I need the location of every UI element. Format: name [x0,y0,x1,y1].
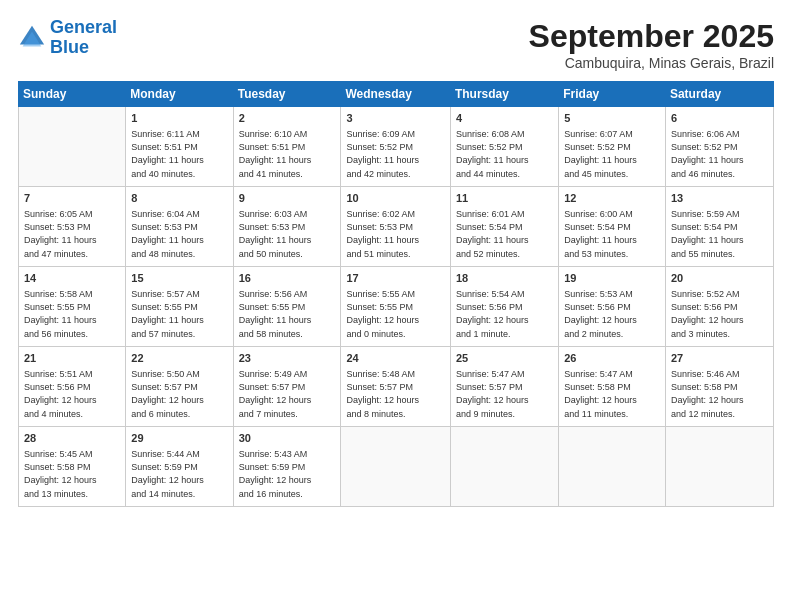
day-number: 14 [24,271,120,286]
day-cell: 26Sunrise: 5:47 AM Sunset: 5:58 PM Dayli… [559,347,666,427]
day-info: Sunrise: 5:56 AM Sunset: 5:55 PM Dayligh… [239,288,336,340]
weekday-saturday: Saturday [665,82,773,107]
day-cell: 20Sunrise: 5:52 AM Sunset: 5:56 PM Dayli… [665,267,773,347]
day-cell [559,427,666,507]
day-info: Sunrise: 6:05 AM Sunset: 5:53 PM Dayligh… [24,208,120,260]
day-cell: 25Sunrise: 5:47 AM Sunset: 5:57 PM Dayli… [450,347,558,427]
day-cell: 7Sunrise: 6:05 AM Sunset: 5:53 PM Daylig… [19,187,126,267]
day-info: Sunrise: 5:45 AM Sunset: 5:58 PM Dayligh… [24,448,120,500]
day-cell: 3Sunrise: 6:09 AM Sunset: 5:52 PM Daylig… [341,107,450,187]
calendar-body: 1Sunrise: 6:11 AM Sunset: 5:51 PM Daylig… [19,107,774,507]
week-row-3: 21Sunrise: 5:51 AM Sunset: 5:56 PM Dayli… [19,347,774,427]
day-cell: 10Sunrise: 6:02 AM Sunset: 5:53 PM Dayli… [341,187,450,267]
day-info: Sunrise: 5:59 AM Sunset: 5:54 PM Dayligh… [671,208,768,260]
day-cell [450,427,558,507]
day-number: 1 [131,111,227,126]
day-info: Sunrise: 6:10 AM Sunset: 5:51 PM Dayligh… [239,128,336,180]
day-cell: 5Sunrise: 6:07 AM Sunset: 5:52 PM Daylig… [559,107,666,187]
day-number: 17 [346,271,444,286]
day-cell: 30Sunrise: 5:43 AM Sunset: 5:59 PM Dayli… [233,427,341,507]
day-number: 20 [671,271,768,286]
day-number: 4 [456,111,553,126]
day-cell: 4Sunrise: 6:08 AM Sunset: 5:52 PM Daylig… [450,107,558,187]
day-number: 2 [239,111,336,126]
day-info: Sunrise: 5:46 AM Sunset: 5:58 PM Dayligh… [671,368,768,420]
day-cell: 2Sunrise: 6:10 AM Sunset: 5:51 PM Daylig… [233,107,341,187]
logo-icon [18,24,46,52]
weekday-wednesday: Wednesday [341,82,450,107]
day-info: Sunrise: 6:03 AM Sunset: 5:53 PM Dayligh… [239,208,336,260]
day-cell [341,427,450,507]
location: Cambuquira, Minas Gerais, Brazil [529,55,774,71]
title-block: September 2025 Cambuquira, Minas Gerais,… [529,18,774,71]
day-cell: 11Sunrise: 6:01 AM Sunset: 5:54 PM Dayli… [450,187,558,267]
week-row-4: 28Sunrise: 5:45 AM Sunset: 5:58 PM Dayli… [19,427,774,507]
day-number: 7 [24,191,120,206]
day-info: Sunrise: 5:47 AM Sunset: 5:58 PM Dayligh… [564,368,660,420]
calendar: SundayMondayTuesdayWednesdayThursdayFrid… [18,81,774,507]
page: General Blue September 2025 Cambuquira, … [0,0,792,612]
weekday-sunday: Sunday [19,82,126,107]
day-info: Sunrise: 6:06 AM Sunset: 5:52 PM Dayligh… [671,128,768,180]
day-number: 13 [671,191,768,206]
day-info: Sunrise: 5:43 AM Sunset: 5:59 PM Dayligh… [239,448,336,500]
header: General Blue September 2025 Cambuquira, … [18,18,774,71]
day-number: 10 [346,191,444,206]
day-number: 25 [456,351,553,366]
logo-line2: Blue [50,37,89,57]
logo-line1: General [50,17,117,37]
weekday-header-row: SundayMondayTuesdayWednesdayThursdayFrid… [19,82,774,107]
day-cell: 24Sunrise: 5:48 AM Sunset: 5:57 PM Dayli… [341,347,450,427]
day-info: Sunrise: 6:09 AM Sunset: 5:52 PM Dayligh… [346,128,444,180]
day-info: Sunrise: 6:08 AM Sunset: 5:52 PM Dayligh… [456,128,553,180]
day-cell: 9Sunrise: 6:03 AM Sunset: 5:53 PM Daylig… [233,187,341,267]
day-cell: 27Sunrise: 5:46 AM Sunset: 5:58 PM Dayli… [665,347,773,427]
logo-text: General Blue [50,18,117,58]
weekday-friday: Friday [559,82,666,107]
week-row-0: 1Sunrise: 6:11 AM Sunset: 5:51 PM Daylig… [19,107,774,187]
day-number: 6 [671,111,768,126]
logo: General Blue [18,18,117,58]
day-number: 29 [131,431,227,446]
day-number: 9 [239,191,336,206]
day-number: 12 [564,191,660,206]
day-info: Sunrise: 5:53 AM Sunset: 5:56 PM Dayligh… [564,288,660,340]
day-cell: 12Sunrise: 6:00 AM Sunset: 5:54 PM Dayli… [559,187,666,267]
day-info: Sunrise: 6:02 AM Sunset: 5:53 PM Dayligh… [346,208,444,260]
day-number: 23 [239,351,336,366]
day-info: Sunrise: 5:52 AM Sunset: 5:56 PM Dayligh… [671,288,768,340]
day-cell: 21Sunrise: 5:51 AM Sunset: 5:56 PM Dayli… [19,347,126,427]
day-number: 16 [239,271,336,286]
day-info: Sunrise: 5:44 AM Sunset: 5:59 PM Dayligh… [131,448,227,500]
day-number: 30 [239,431,336,446]
day-number: 11 [456,191,553,206]
day-cell: 8Sunrise: 6:04 AM Sunset: 5:53 PM Daylig… [126,187,233,267]
day-cell [19,107,126,187]
weekday-thursday: Thursday [450,82,558,107]
day-cell: 14Sunrise: 5:58 AM Sunset: 5:55 PM Dayli… [19,267,126,347]
day-number: 21 [24,351,120,366]
day-number: 18 [456,271,553,286]
day-info: Sunrise: 5:50 AM Sunset: 5:57 PM Dayligh… [131,368,227,420]
day-cell: 28Sunrise: 5:45 AM Sunset: 5:58 PM Dayli… [19,427,126,507]
day-info: Sunrise: 5:55 AM Sunset: 5:55 PM Dayligh… [346,288,444,340]
day-number: 5 [564,111,660,126]
weekday-monday: Monday [126,82,233,107]
day-info: Sunrise: 6:07 AM Sunset: 5:52 PM Dayligh… [564,128,660,180]
day-cell: 19Sunrise: 5:53 AM Sunset: 5:56 PM Dayli… [559,267,666,347]
day-cell: 15Sunrise: 5:57 AM Sunset: 5:55 PM Dayli… [126,267,233,347]
month-title: September 2025 [529,18,774,55]
week-row-1: 7Sunrise: 6:05 AM Sunset: 5:53 PM Daylig… [19,187,774,267]
day-cell: 22Sunrise: 5:50 AM Sunset: 5:57 PM Dayli… [126,347,233,427]
day-number: 26 [564,351,660,366]
day-info: Sunrise: 5:57 AM Sunset: 5:55 PM Dayligh… [131,288,227,340]
weekday-tuesday: Tuesday [233,82,341,107]
day-info: Sunrise: 5:54 AM Sunset: 5:56 PM Dayligh… [456,288,553,340]
day-info: Sunrise: 5:58 AM Sunset: 5:55 PM Dayligh… [24,288,120,340]
week-row-2: 14Sunrise: 5:58 AM Sunset: 5:55 PM Dayli… [19,267,774,347]
day-info: Sunrise: 6:01 AM Sunset: 5:54 PM Dayligh… [456,208,553,260]
day-number: 27 [671,351,768,366]
day-cell: 16Sunrise: 5:56 AM Sunset: 5:55 PM Dayli… [233,267,341,347]
day-cell [665,427,773,507]
day-cell: 13Sunrise: 5:59 AM Sunset: 5:54 PM Dayli… [665,187,773,267]
